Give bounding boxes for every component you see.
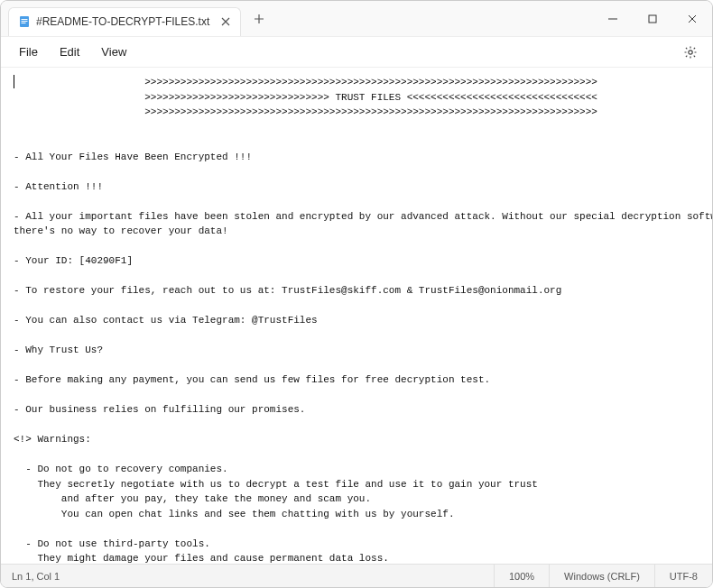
text-cursor xyxy=(14,75,14,88)
notepad-icon xyxy=(18,15,31,28)
maximize-button[interactable] xyxy=(633,1,672,36)
tab-title: #README-TO-DECRYPT-FILES.txt xyxy=(36,15,209,28)
menu-edit[interactable]: Edit xyxy=(51,41,88,62)
editor-content: >>>>>>>>>>>>>>>>>>>>>>>>>>>>>>>>>>>>>>>>… xyxy=(14,75,699,564)
svg-rect-2 xyxy=(22,21,28,22)
status-line-ending[interactable]: Windows (CRLF) xyxy=(549,565,654,587)
status-encoding[interactable]: UTF-8 xyxy=(654,565,712,587)
close-window-button[interactable] xyxy=(672,1,712,36)
titlebar: #README-TO-DECRYPT-FILES.txt xyxy=(1,1,712,37)
menubar: File Edit View xyxy=(1,37,712,68)
statusbar: Ln 1, Col 1 100% Windows (CRLF) UTF-8 xyxy=(1,564,712,587)
minimize-button[interactable] xyxy=(593,1,633,36)
menu-file[interactable]: File xyxy=(10,41,47,62)
svg-rect-1 xyxy=(22,19,28,20)
menu-view[interactable]: View xyxy=(92,41,135,62)
status-position[interactable]: Ln 1, Col 1 xyxy=(1,571,70,582)
svg-point-5 xyxy=(689,50,692,53)
svg-rect-4 xyxy=(649,15,656,23)
gear-icon[interactable] xyxy=(678,40,703,65)
tab-active[interactable]: #README-TO-DECRYPT-FILES.txt xyxy=(8,7,241,36)
new-tab-button[interactable] xyxy=(246,6,272,32)
close-icon[interactable] xyxy=(218,14,233,29)
text-editor[interactable]: >>>>>>>>>>>>>>>>>>>>>>>>>>>>>>>>>>>>>>>>… xyxy=(1,68,712,564)
svg-rect-3 xyxy=(22,23,26,23)
window-controls xyxy=(593,1,712,36)
status-zoom[interactable]: 100% xyxy=(494,565,549,587)
